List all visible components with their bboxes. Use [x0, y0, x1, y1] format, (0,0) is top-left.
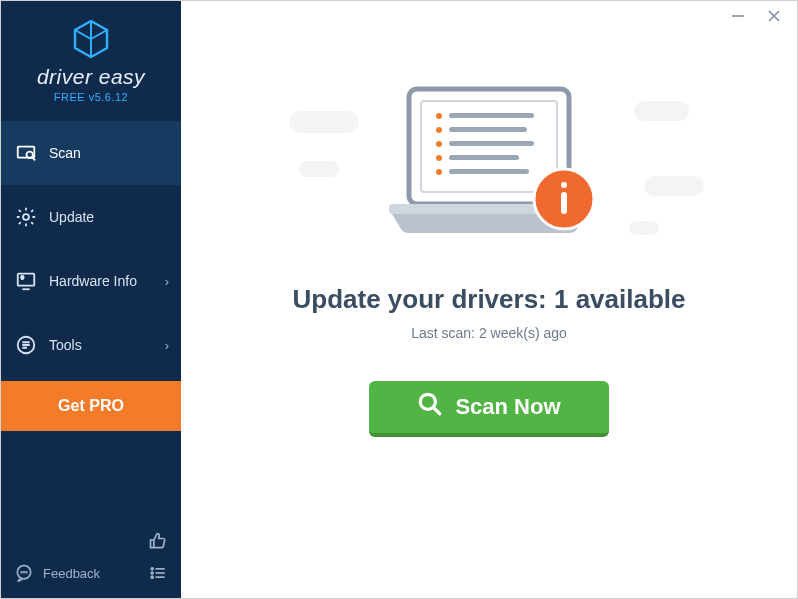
sidebar-item-label: Hardware Info	[49, 273, 137, 289]
svg-rect-38	[561, 192, 567, 214]
close-button[interactable]	[765, 7, 783, 25]
chat-icon	[13, 562, 35, 584]
svg-point-28	[436, 141, 442, 147]
svg-point-20	[151, 576, 153, 578]
svg-rect-25	[449, 113, 534, 118]
svg-rect-27	[449, 127, 527, 132]
sidebar-item-tools[interactable]: Tools ›	[1, 313, 181, 377]
svg-point-26	[436, 127, 442, 133]
hero-illustration	[309, 81, 669, 256]
brand-logo-icon	[69, 17, 113, 61]
tools-icon	[15, 334, 37, 356]
svg-point-18	[151, 572, 153, 574]
scan-now-button[interactable]: Scan Now	[369, 381, 609, 437]
subline: Last scan: 2 week(s) ago	[411, 325, 567, 341]
svg-point-16	[151, 568, 153, 570]
laptop-icon	[369, 81, 609, 256]
get-pro-label: Get PRO	[58, 397, 124, 415]
gear-icon	[15, 206, 37, 228]
svg-line-40	[434, 408, 440, 414]
feedback-button[interactable]: Feedback	[13, 562, 100, 584]
feedback-label: Feedback	[43, 566, 100, 581]
svg-point-30	[436, 155, 442, 161]
scan-icon	[15, 142, 37, 164]
svg-rect-7	[18, 274, 35, 286]
brand-version: FREE v5.6.12	[54, 91, 128, 103]
main-content: Update your drivers: 1 available Last sc…	[181, 1, 797, 598]
sidebar: driver easy FREE v5.6.12 Scan	[1, 1, 181, 598]
svg-point-24	[436, 113, 442, 119]
sidebar-item-hardware-info[interactable]: i Hardware Info ›	[1, 249, 181, 313]
sidebar-footer-actions	[147, 530, 169, 584]
sidebar-item-label: Scan	[49, 145, 81, 161]
sidebar-nav: Scan Update i	[1, 121, 181, 431]
sidebar-item-scan[interactable]: Scan	[1, 121, 181, 185]
svg-rect-31	[449, 155, 519, 160]
svg-text:i: i	[22, 276, 23, 280]
titlebar	[729, 1, 797, 31]
svg-point-15	[26, 572, 27, 573]
app-window: driver easy FREE v5.6.12 Scan	[1, 1, 797, 598]
minimize-button[interactable]	[729, 7, 747, 25]
scan-now-label: Scan Now	[455, 394, 560, 420]
sidebar-item-label: Tools	[49, 337, 82, 353]
brand-name: driver easy	[37, 65, 145, 89]
svg-point-14	[24, 572, 25, 573]
menu-list-button[interactable]	[147, 562, 169, 584]
thumbs-up-button[interactable]	[147, 530, 169, 552]
svg-point-32	[436, 169, 442, 175]
svg-rect-33	[449, 169, 529, 174]
sidebar-item-label: Update	[49, 209, 94, 225]
search-icon	[417, 391, 443, 423]
chevron-right-icon: ›	[165, 274, 169, 289]
monitor-info-icon: i	[15, 270, 37, 292]
svg-point-13	[21, 572, 22, 573]
chevron-right-icon: ›	[165, 338, 169, 353]
headline: Update your drivers: 1 available	[292, 284, 685, 315]
sidebar-footer: Feedback	[1, 520, 181, 598]
svg-point-6	[23, 214, 29, 220]
get-pro-button[interactable]: Get PRO	[1, 381, 181, 431]
sidebar-item-update[interactable]: Update	[1, 185, 181, 249]
brand-block: driver easy FREE v5.6.12	[1, 1, 181, 111]
svg-rect-29	[449, 141, 534, 146]
svg-point-37	[561, 182, 567, 188]
